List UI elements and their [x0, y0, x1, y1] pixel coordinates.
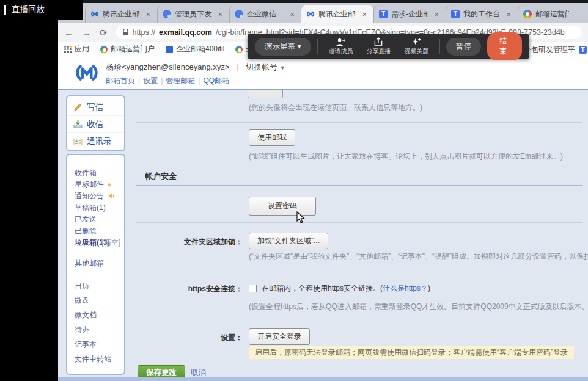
mail-header: 杨珍<yangzhen@silenceyang.xyz> | 切换帐号 ▼ 邮箱…	[58, 57, 588, 89]
enable-secure-login-button[interactable]: 开启安全登录	[249, 328, 310, 345]
tab-close-icon[interactable]: ×	[216, 10, 224, 19]
folder-deleted[interactable]: 已删除	[67, 225, 124, 237]
bookmark-label: 应用	[75, 44, 89, 54]
partial-button[interactable]	[248, 90, 283, 98]
settings-content: (您的头像将会出现在读信页面、联系人信息等地方。) 使用邮我 (“邮我”组件可以…	[133, 90, 588, 381]
switch-account-link[interactable]: 切换帐号	[246, 62, 277, 71]
sidebar-actions: 写信 收信 通讯录	[66, 95, 125, 151]
section-title-account-security: 帐户安全	[145, 171, 177, 182]
tab-close-icon[interactable]: ×	[432, 10, 441, 19]
sidebar-item-contacts[interactable]: 通讯录	[67, 133, 124, 150]
sparkle-icon	[411, 37, 422, 46]
link-manage-mail[interactable]: 管理邮箱	[166, 76, 195, 85]
paren: )	[428, 284, 430, 292]
tab-wecom[interactable]: 企业微信 ×	[229, 5, 301, 23]
separator: |	[138, 76, 140, 85]
tab-exmail-1[interactable]: 腾讯企业邮箱 ×	[85, 5, 157, 23]
folder-inbox[interactable]: 收件箱	[67, 167, 124, 179]
divider	[72, 274, 119, 274]
what-is-https-link[interactable]: 什么是https？	[383, 284, 428, 292]
tab-close-icon[interactable]: ×	[504, 10, 513, 19]
https-option-text: 在邮箱内，全程使用https安全链接。	[262, 284, 380, 292]
end-button[interactable]: 结束	[487, 32, 522, 60]
lock-icon	[122, 29, 129, 36]
https-label: https安全连接：	[133, 284, 243, 294]
lock-folder-area-button[interactable]: 加锁“文件夹区域”...	[249, 233, 328, 249]
folder-starred[interactable]: 星标邮件★	[67, 179, 124, 191]
invite-members-button[interactable]: 邀请成员	[323, 37, 358, 56]
divider	[317, 39, 318, 54]
folder-drafts[interactable]: 草稿箱(1)	[67, 202, 124, 214]
sidebar-item-file-transfer[interactable]: 文件中转站	[67, 352, 124, 366]
exmail-square-icon	[166, 46, 173, 53]
wecom-icon	[235, 10, 243, 18]
sidebar-item-calendar[interactable]: 日历	[67, 278, 124, 293]
divider	[72, 253, 119, 253]
chevron-down-icon: ▼	[280, 65, 285, 71]
app-label: 微盘	[75, 296, 89, 305]
tab-title: 管理员下发激活码	[175, 9, 212, 20]
tapd-icon: T	[379, 10, 388, 18]
mouse-cursor	[296, 211, 305, 224]
share-box-icon	[373, 37, 383, 46]
bookmark-apps[interactable]: 应用	[64, 44, 89, 54]
secure-login-label: 设置：	[133, 333, 243, 343]
pause-button[interactable]: 暂停	[446, 38, 481, 56]
tab-close-icon[interactable]: ×	[288, 10, 296, 19]
link-qq-mail[interactable]: QQ邮箱	[203, 76, 229, 85]
app-label: 文件中转站	[75, 355, 111, 363]
apps-grid-icon	[64, 46, 72, 53]
forward-icon[interactable]: →	[82, 28, 91, 37]
sidebar-item-weidocs[interactable]: 微文档	[67, 308, 124, 322]
link-mail-home[interactable]: 邮箱首页	[106, 76, 135, 85]
avatar-note: (您的头像将会出现在读信页面、联系人信息等地方。)	[249, 103, 422, 113]
bookmark-mail-portal[interactable]: 邮箱运营门户	[100, 44, 155, 54]
use-mailme-button[interactable]: 使用邮我	[249, 129, 295, 146]
present-screen-button[interactable]: 演示屏幕 ▾	[255, 38, 311, 56]
divider	[136, 319, 582, 319]
tab-wecom-activation[interactable]: 管理员下发激活码 ×	[157, 5, 229, 23]
folder-spam[interactable]: 垃圾箱(13)[清空]	[67, 237, 124, 249]
https-note: (设置全程https后，若从QQ进入邮箱，需重新登录QQ才生效。目前支持QQ20…	[249, 302, 588, 312]
folder-sent[interactable]: 已发送	[67, 214, 124, 225]
live-replay-overlay: 直播回放	[0, 0, 83, 20]
bookmark-400itil[interactable]: 企业邮箱400itil	[166, 44, 224, 54]
tab-close-icon[interactable]: ×	[360, 10, 369, 19]
tab-tapd-workbench[interactable]: T 我的工作台 - TAP ×	[446, 5, 518, 23]
share-live-button[interactable]: 分享直播	[361, 37, 395, 56]
sidebar-item-notes[interactable]: 记事本	[67, 337, 124, 352]
tab-close-icon[interactable]: ×	[144, 10, 152, 19]
set-password-button[interactable]: 设置密码	[249, 197, 316, 216]
folder-label: 已发送	[75, 215, 97, 223]
account-line: 杨珍<yangzhen@silenceyang.xyz> | 切换帐号 ▼	[106, 62, 285, 73]
link-settings[interactable]: 设置	[143, 76, 158, 85]
folder-other-mail[interactable]: 其他邮箱	[67, 258, 124, 269]
sidebar-item-receive[interactable]: 收信	[67, 116, 124, 133]
tab-title: 腾讯企业邮箱	[103, 9, 140, 20]
tab-exmail-active[interactable]: 腾讯企业邮箱 - 常 ×	[301, 5, 373, 23]
bookmark-outsourcing-platform[interactable]: 外包研发管理平 T	[524, 42, 587, 57]
tab-tapd-requirement[interactable]: T 需求-企业邮箱-TA ×	[373, 5, 446, 23]
invite-person-icon	[336, 37, 346, 46]
empty-spam-action[interactable]: [清空]	[101, 237, 120, 249]
star-icon: ★	[106, 181, 112, 188]
portal-icon	[100, 46, 108, 53]
https-checkbox[interactable]	[249, 285, 257, 292]
sidebar-item-todo[interactable]: 待办	[67, 322, 124, 337]
portal-icon	[523, 10, 532, 18]
back-icon[interactable]: ←	[64, 28, 73, 37]
section-underline	[136, 185, 582, 186]
video-beauty-button[interactable]: 视频美颜	[399, 37, 433, 56]
invite-label: 邀请成员	[328, 47, 353, 56]
tab-mail-portal[interactable]: 邮箱运营门	[518, 5, 574, 23]
sidebar-item-compose[interactable]: 写信	[67, 99, 124, 116]
app-label: 待办	[75, 325, 89, 334]
tab-bar: 腾讯企业邮箱 × 管理员下发激活码 × 企业微信 × 腾讯企业邮箱 - 常 × …	[58, 3, 588, 23]
folder-announcements[interactable]: 通知公告	[67, 191, 124, 202]
reload-icon[interactable]: ⟳	[100, 28, 108, 37]
sidebar-item-weidrive[interactable]: 微盘	[67, 293, 124, 308]
portal-icon	[235, 46, 243, 53]
url-host: exmail.qq.com	[159, 28, 212, 37]
url-scheme: https://	[133, 28, 156, 37]
separator: |	[237, 62, 238, 71]
